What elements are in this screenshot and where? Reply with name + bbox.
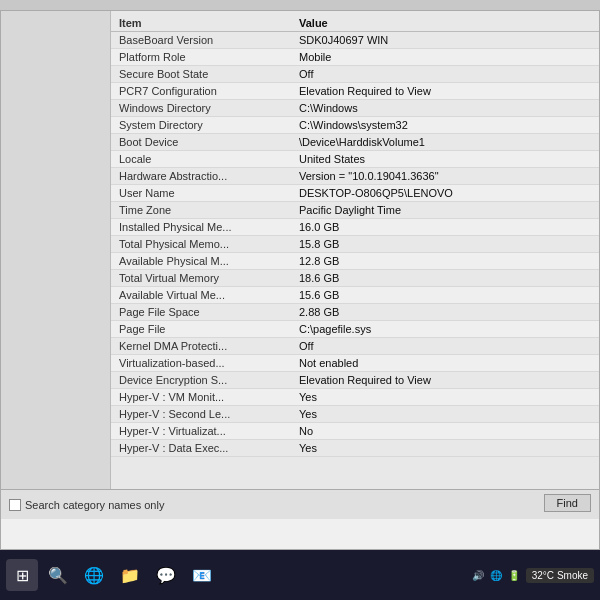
search-category-label: Search category names only xyxy=(25,499,164,511)
table-row: Kernel DMA Protecti...Off xyxy=(111,338,599,355)
row-value-8: Version = "10.0.19041.3636" xyxy=(299,170,591,182)
row-item-8: Hardware Abstractio... xyxy=(119,170,299,182)
table-row: Secure Boot StateOff xyxy=(111,66,599,83)
browser-icon[interactable]: 🌐 xyxy=(78,559,110,591)
row-item-13: Available Physical M... xyxy=(119,255,299,267)
table-row: Installed Physical Me...16.0 GB xyxy=(111,219,599,236)
table-row: LocaleUnited States xyxy=(111,151,599,168)
row-value-0: SDK0J40697 WIN xyxy=(299,34,591,46)
main-window: Item Value BaseBoard VersionSDK0J40697 W… xyxy=(0,10,600,550)
mail-icon[interactable]: 📧 xyxy=(186,559,218,591)
search-taskbar-icon[interactable]: 🔍 xyxy=(42,559,74,591)
table-row: Available Physical M...12.8 GB xyxy=(111,253,599,270)
table-row: PCR7 ConfigurationElevation Required to … xyxy=(111,83,599,100)
row-item-15: Available Virtual Me... xyxy=(119,289,299,301)
table-row: Windows DirectoryC:\Windows xyxy=(111,100,599,117)
start-button[interactable]: ⊞ xyxy=(6,559,38,591)
row-item-24: Hyper-V : Data Exec... xyxy=(119,442,299,454)
row-value-7: United States xyxy=(299,153,591,165)
row-item-20: Device Encryption S... xyxy=(119,374,299,386)
table-row: Hyper-V : Second Le...Yes xyxy=(111,406,599,423)
row-value-1: Mobile xyxy=(299,51,591,63)
row-value-18: Off xyxy=(299,340,591,352)
row-value-15: 15.6 GB xyxy=(299,289,591,301)
row-item-6: Boot Device xyxy=(119,136,299,148)
header-value: Value xyxy=(299,17,591,29)
row-item-7: Locale xyxy=(119,153,299,165)
table-row: Boot Device\Device\HarddiskVolume1 xyxy=(111,134,599,151)
table-body: BaseBoard VersionSDK0J40697 WINPlatform … xyxy=(111,32,599,457)
table-row: BaseBoard VersionSDK0J40697 WIN xyxy=(111,32,599,49)
row-item-0: BaseBoard Version xyxy=(119,34,299,46)
location-value: Smoke xyxy=(557,570,588,581)
explorer-icon[interactable]: 📁 xyxy=(114,559,146,591)
row-item-5: System Directory xyxy=(119,119,299,131)
row-value-16: 2.88 GB xyxy=(299,306,591,318)
row-item-23: Hyper-V : Virtualizat... xyxy=(119,425,299,437)
table-row: Hyper-V : Virtualizat...No xyxy=(111,423,599,440)
row-item-4: Windows Directory xyxy=(119,102,299,114)
row-value-23: No xyxy=(299,425,591,437)
taskbar-right: 🔊 🌐 🔋 32°C Smoke xyxy=(472,568,594,583)
table-row: Time ZonePacific Daylight Time xyxy=(111,202,599,219)
row-value-9: DESKTOP-O806QP5\LENOVO xyxy=(299,187,591,199)
row-item-2: Secure Boot State xyxy=(119,68,299,80)
table-row: Page FileC:\pagefile.sys xyxy=(111,321,599,338)
volume-icon[interactable]: 🔊 xyxy=(472,570,484,581)
row-value-21: Yes xyxy=(299,391,591,403)
table-header: Item Value xyxy=(111,15,599,32)
row-value-11: 16.0 GB xyxy=(299,221,591,233)
table-row: Virtualization-based...Not enabled xyxy=(111,355,599,372)
row-item-10: Time Zone xyxy=(119,204,299,216)
row-item-19: Virtualization-based... xyxy=(119,357,299,369)
row-item-3: PCR7 Configuration xyxy=(119,85,299,97)
row-value-14: 18.6 GB xyxy=(299,272,591,284)
row-item-21: Hyper-V : VM Monit... xyxy=(119,391,299,403)
table-row: Total Physical Memo...15.8 GB xyxy=(111,236,599,253)
table-row: System DirectoryC:\Windows\system32 xyxy=(111,117,599,134)
table-row: Available Virtual Me...15.6 GB xyxy=(111,287,599,304)
search-checkbox[interactable] xyxy=(9,499,21,511)
search-label: Search category names only xyxy=(9,499,164,511)
sidebar xyxy=(1,11,111,519)
row-value-19: Not enabled xyxy=(299,357,591,369)
row-value-10: Pacific Daylight Time xyxy=(299,204,591,216)
row-item-14: Total Virtual Memory xyxy=(119,272,299,284)
table-row: Total Virtual Memory18.6 GB xyxy=(111,270,599,287)
temp-value: 32°C xyxy=(532,570,554,581)
row-value-22: Yes xyxy=(299,408,591,420)
header-item: Item xyxy=(119,17,299,29)
row-item-11: Installed Physical Me... xyxy=(119,221,299,233)
teams-icon[interactable]: 💬 xyxy=(150,559,182,591)
row-value-24: Yes xyxy=(299,442,591,454)
taskbar: ⊞ 🔍 🌐 📁 💬 📧 🔊 🌐 🔋 32°C Smoke xyxy=(0,550,600,600)
row-value-17: C:\pagefile.sys xyxy=(299,323,591,335)
battery-icon[interactable]: 🔋 xyxy=(508,570,520,581)
row-value-2: Off xyxy=(299,68,591,80)
temperature-display: 32°C Smoke xyxy=(526,568,594,583)
bottom-bar: Search category names only Find xyxy=(1,489,599,519)
table-row: Platform RoleMobile xyxy=(111,49,599,66)
table-container[interactable]: Item Value BaseBoard VersionSDK0J40697 W… xyxy=(111,11,599,519)
table-row: User NameDESKTOP-O806QP5\LENOVO xyxy=(111,185,599,202)
row-value-13: 12.8 GB xyxy=(299,255,591,267)
content-area: Item Value BaseBoard VersionSDK0J40697 W… xyxy=(111,11,599,519)
table-row: Device Encryption S...Elevation Required… xyxy=(111,372,599,389)
row-value-6: \Device\HarddiskVolume1 xyxy=(299,136,591,148)
table-row: Page File Space2.88 GB xyxy=(111,304,599,321)
row-value-3: Elevation Required to View xyxy=(299,85,591,97)
row-item-22: Hyper-V : Second Le... xyxy=(119,408,299,420)
row-value-5: C:\Windows\system32 xyxy=(299,119,591,131)
row-value-4: C:\Windows xyxy=(299,102,591,114)
network-icon[interactable]: 🌐 xyxy=(490,570,502,581)
row-value-12: 15.8 GB xyxy=(299,238,591,250)
row-item-16: Page File Space xyxy=(119,306,299,318)
row-item-1: Platform Role xyxy=(119,51,299,63)
row-item-18: Kernel DMA Protecti... xyxy=(119,340,299,352)
row-value-20: Elevation Required to View xyxy=(299,374,591,386)
table-row: Hyper-V : VM Monit...Yes xyxy=(111,389,599,406)
row-item-12: Total Physical Memo... xyxy=(119,238,299,250)
table-row: Hyper-V : Data Exec...Yes xyxy=(111,440,599,457)
row-item-17: Page File xyxy=(119,323,299,335)
find-button[interactable]: Find xyxy=(544,494,591,512)
